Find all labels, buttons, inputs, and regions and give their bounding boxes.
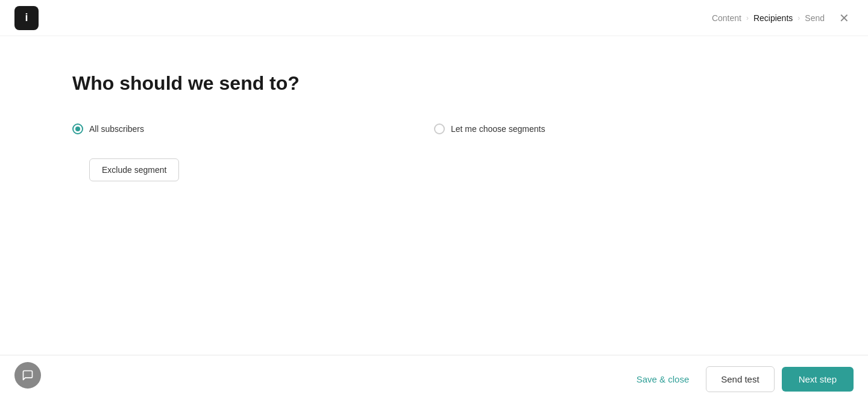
recipient-options: All subscribers Let me choose segments [72,123,796,134]
main-content: Who should we send to? All subscribers L… [0,36,868,355]
breadcrumb: Content › Recipients › Send [712,13,825,23]
breadcrumb-recipients[interactable]: Recipients [753,13,793,23]
option-all-subscribers-label: All subscribers [89,124,144,134]
radio-choose-segments[interactable] [434,123,445,134]
footer: Save & close Send test Next step [0,355,868,403]
breadcrumb-separator-2: › [797,14,800,22]
radio-all-subscribers[interactable] [72,123,83,134]
option-all-subscribers[interactable]: All subscribers [72,123,434,134]
header: i Content › Recipients › Send ✕ [0,0,868,36]
breadcrumb-send[interactable]: Send [805,13,825,23]
send-test-button[interactable]: Send test [706,366,774,392]
next-step-button[interactable]: Next step [782,367,854,392]
logo-text: i [25,11,28,24]
close-button[interactable]: ✕ [834,8,854,28]
page-title: Who should we send to? [72,72,796,95]
save-close-button[interactable]: Save & close [627,369,699,389]
option-choose-segments-label: Let me choose segments [451,124,545,134]
option-choose-segments[interactable]: Let me choose segments [434,123,796,134]
breadcrumb-separator-1: › [746,14,749,22]
chat-button[interactable] [14,362,41,389]
logo: i [14,6,39,30]
chat-icon [22,369,34,381]
header-right: Content › Recipients › Send ✕ [712,8,854,28]
breadcrumb-content[interactable]: Content [712,13,741,23]
exclude-segment-button[interactable]: Exclude segment [89,158,179,181]
